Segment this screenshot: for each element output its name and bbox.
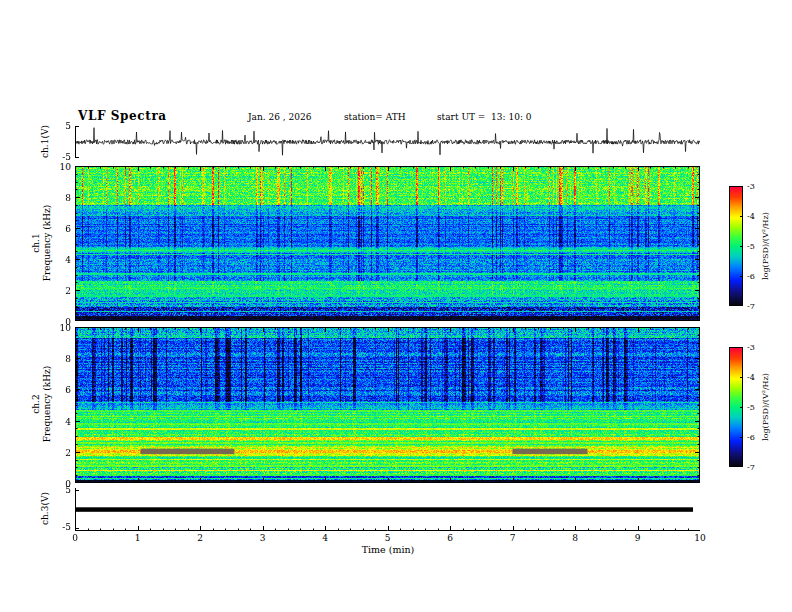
colorbar1-label-text: log(PSD)/(V²/Hz) xyxy=(761,186,771,306)
x-axis-title: Time (min) xyxy=(338,544,438,555)
figure-title: VLF Spectra xyxy=(78,109,167,123)
ch1-spec-y-tick-label: 4 xyxy=(51,255,71,265)
vlf-spectra-figure: VLF Spectra Jan. 26 , 2026 station= ATH … xyxy=(0,0,792,612)
colorbar2-axis-title: log(PSD)/(V²/Hz) xyxy=(761,347,771,467)
ch3-wave-y-axis-title: ch.3(V) xyxy=(40,479,51,539)
colorbar2-tick-label: -6 xyxy=(747,433,755,443)
ch2-spec-y-tick-label: 2 xyxy=(51,448,71,458)
ch2-spec-y-tick-label: 10 xyxy=(51,323,71,333)
colorbar2-tick-label: -7 xyxy=(747,463,755,473)
header-date: Jan. 26 , 2026 xyxy=(248,112,311,122)
x-tick-label: 3 xyxy=(253,533,273,543)
x-tick-label: 2 xyxy=(190,533,210,543)
ch1-spec-ylabel-line2: Frequency (kHz) xyxy=(42,187,53,299)
ch2-spec-ylabel-line2: Frequency (kHz) xyxy=(42,348,53,460)
colorbar2-tick-label: -4 xyxy=(747,373,755,383)
ch2-spec-y-tick-label: 8 xyxy=(51,354,71,364)
ch1-wave-ylabel-text: ch.1(V) xyxy=(40,112,51,172)
x-tick-label: 8 xyxy=(565,533,585,543)
ch2-spec-ylabel-line1: ch.2 xyxy=(31,348,42,460)
x-tick-label: 10 xyxy=(690,533,710,543)
x-tick-label: 7 xyxy=(503,533,523,543)
ch2-spec-y-axis-title: ch.2 Frequency (kHz) xyxy=(31,348,53,460)
ch1-spec-y-tick-label: 2 xyxy=(51,286,71,296)
ch1-spec-y-tick-label: 8 xyxy=(51,193,71,203)
x-tick-label: 5 xyxy=(378,533,398,543)
ch1-spectrogram xyxy=(75,166,700,321)
colorbar1-tick-label: -3 xyxy=(747,182,755,192)
colorbar1-tick-label: -5 xyxy=(747,242,755,252)
colorbar2-tick-label: -3 xyxy=(747,343,755,353)
ch1-wave-y-axis-title: ch.1(V) xyxy=(40,112,51,172)
ch1-spec-y-tick-label: 10 xyxy=(51,162,71,172)
header-start-ut: start UT = 13: 10: 0 xyxy=(437,112,532,122)
x-tick-label: 4 xyxy=(315,533,335,543)
ch1-wave-y-tick-label: -5 xyxy=(51,152,71,162)
ch3-wave-y-tick-label: -5 xyxy=(51,522,71,532)
x-tick-label: 0 xyxy=(65,533,85,543)
colorbar-ch2 xyxy=(729,347,743,467)
x-tick-label: 9 xyxy=(628,533,648,543)
ch2-spectrogram xyxy=(75,327,700,483)
ch1-spec-y-tick-label: 6 xyxy=(51,224,71,234)
header-station: station= ATH xyxy=(344,112,406,122)
colorbar2-label-text: log(PSD)/(V²/Hz) xyxy=(761,347,771,467)
x-tick-label: 1 xyxy=(128,533,148,543)
colorbar1-tick-label: -7 xyxy=(747,302,755,312)
ch2-spec-y-tick-label: 6 xyxy=(51,385,71,395)
ch1-spec-y-axis-title: ch.1 Frequency (kHz) xyxy=(31,187,53,299)
x-tick-label: 6 xyxy=(440,533,460,543)
ch1-spec-ylabel-line1: ch.1 xyxy=(31,187,42,299)
ch3-wave-y-tick-label: 5 xyxy=(51,485,71,495)
ch1-waveform-plot xyxy=(75,126,700,158)
colorbar1-tick-label: -6 xyxy=(747,272,755,282)
colorbar1-axis-title: log(PSD)/(V²/Hz) xyxy=(761,186,771,306)
colorbar1-tick-label: -4 xyxy=(747,212,755,222)
ch3-waveform-plot xyxy=(75,488,700,531)
ch3-wave-ylabel-text: ch.3(V) xyxy=(40,479,51,539)
colorbar-ch1 xyxy=(729,186,743,306)
ch2-spec-y-tick-label: 4 xyxy=(51,417,71,427)
colorbar2-tick-label: -5 xyxy=(747,403,755,413)
ch1-wave-y-tick-label: 5 xyxy=(51,121,71,131)
